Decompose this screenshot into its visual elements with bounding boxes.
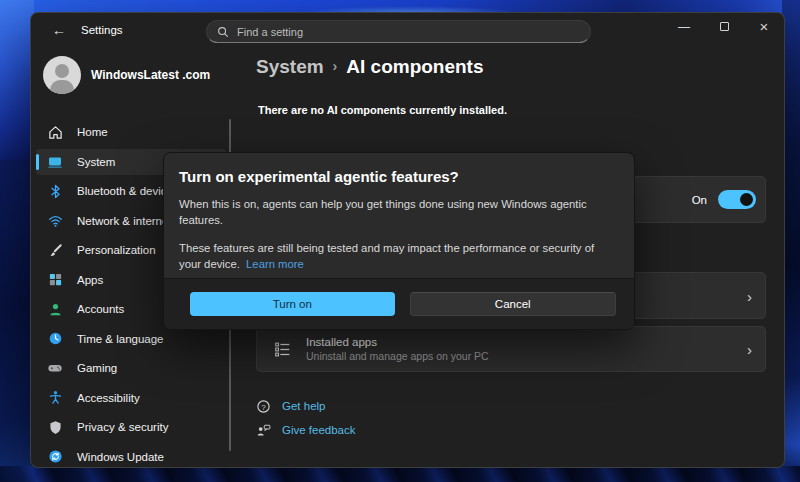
window-controls: — × [664, 13, 784, 40]
installed-apps-card[interactable]: Installed apps Uninstall and manage apps… [256, 326, 766, 372]
breadcrumb-parent[interactable]: System [256, 56, 324, 77]
sidebar-item-home[interactable]: Home [36, 119, 226, 145]
search-placeholder: Find a setting [237, 26, 303, 38]
dialog-body-1: When this is on, agents can help you get… [179, 196, 612, 229]
dialog-content: Turn on experimental agentic features? W… [164, 153, 634, 273]
svg-text:?: ? [261, 402, 266, 411]
installed-apps-text: Installed apps Uninstall and manage apps… [306, 336, 489, 362]
installed-apps-subtitle: Uninstall and manage apps on your PC [306, 350, 489, 362]
time-language-icon [47, 331, 63, 347]
desktop: ← Settings Find a setting — × WindowsLat… [0, 0, 800, 482]
toggle-knob [740, 193, 753, 206]
sidebar-item-label: Gaming [77, 362, 117, 374]
get-help-link[interactable]: ? Get help [256, 395, 325, 417]
windows-update-icon [47, 449, 63, 465]
maximize-icon [720, 22, 729, 31]
minimize-button[interactable]: — [664, 13, 704, 40]
get-help-label: Get help [282, 400, 325, 412]
window-title: Settings [81, 24, 123, 36]
wallpaper-bottom-band [0, 466, 800, 482]
give-feedback-icon [256, 423, 271, 438]
sidebar-item-label: Time & language [77, 333, 164, 345]
breadcrumb: System›AI components [256, 56, 484, 78]
agentic-features-dialog: Turn on experimental agentic features? W… [163, 152, 635, 330]
personalization-icon [47, 242, 63, 258]
search-icon [217, 26, 229, 38]
cancel-button[interactable]: Cancel [410, 292, 617, 316]
turn-on-button[interactable]: Turn on [190, 292, 395, 316]
bluetooth-icon [47, 183, 63, 199]
wallpaper-left-band [0, 0, 34, 160]
sidebar-item-label: Accounts [77, 303, 124, 315]
dialog-body-2: These features are still being tested an… [179, 240, 612, 273]
avatar-head-shape [55, 64, 69, 78]
accessibility-icon [47, 390, 63, 406]
avatar-body-shape [50, 80, 74, 94]
learn-more-link[interactable]: Learn more [246, 258, 304, 270]
sidebar-item-label: Windows Update [77, 451, 164, 463]
sidebar-item-label: Privacy & security [77, 421, 168, 433]
search-input[interactable]: Find a setting [206, 20, 591, 43]
dialog-body-2-text: These features are still being tested an… [179, 242, 594, 270]
sidebar-item-label: Network & internet [77, 215, 172, 227]
toggle-state-label: On [692, 194, 707, 206]
agentic-features-toggle[interactable] [718, 190, 756, 209]
maximize-button[interactable] [704, 13, 744, 40]
chevron-right-icon: › [747, 342, 752, 357]
give-feedback-label: Give feedback [282, 424, 356, 436]
active-indicator [36, 154, 39, 170]
sidebar-item-label: Apps [77, 274, 103, 286]
breadcrumb-separator-icon: › [324, 58, 347, 74]
empty-components-notice: There are no AI components currently ins… [258, 104, 507, 116]
sidebar-item-label: Accessibility [77, 392, 140, 404]
apps-icon [47, 272, 63, 288]
wallpaper-left-lower-band [0, 160, 34, 482]
close-button[interactable]: × [744, 13, 784, 40]
sidebar-item-label: Home [77, 126, 108, 138]
back-button[interactable]: ← [45, 18, 73, 42]
sidebar-item-privacy-security[interactable]: Privacy & security [36, 414, 226, 440]
sidebar-item-gaming[interactable]: Gaming [36, 355, 226, 381]
dialog-footer: Turn on Cancel [164, 278, 634, 329]
give-feedback-link[interactable]: Give feedback [256, 419, 356, 441]
installed-apps-title: Installed apps [306, 336, 489, 348]
sidebar-item-windows-update[interactable]: Windows Update [36, 444, 226, 469]
chevron-right-icon: › [747, 288, 752, 303]
dialog-title: Turn on experimental agentic features? [179, 168, 612, 185]
accounts-icon [47, 301, 63, 317]
system-icon [47, 154, 63, 170]
gaming-icon [47, 360, 63, 376]
sidebar-item-label: System [77, 156, 115, 168]
account-name: WindowsLatest .com [91, 68, 210, 82]
breadcrumb-current: AI components [346, 56, 483, 77]
network-icon [47, 213, 63, 229]
home-icon [47, 124, 63, 140]
privacy-security-icon [47, 419, 63, 435]
get-help-icon: ? [256, 399, 271, 414]
installed-apps-icon [274, 341, 291, 358]
avatar[interactable] [43, 56, 81, 94]
sidebar-item-label: Personalization [77, 244, 156, 256]
sidebar-item-accessibility[interactable]: Accessibility [36, 385, 226, 411]
